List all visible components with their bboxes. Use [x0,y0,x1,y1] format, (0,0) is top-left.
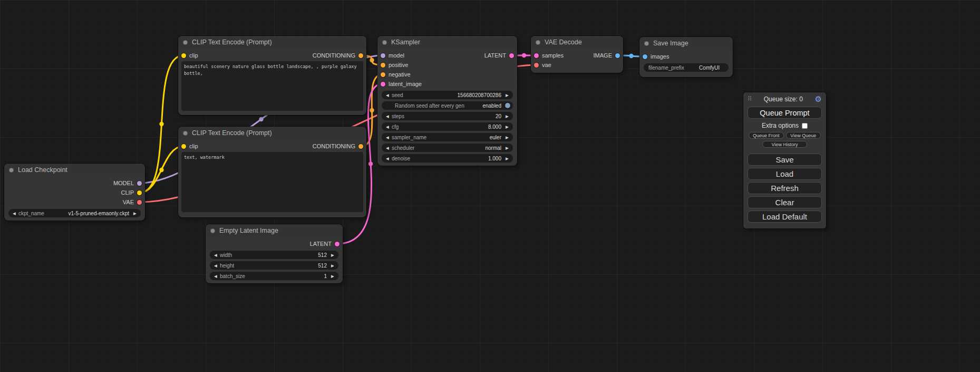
menu-header[interactable]: ⠿ Queue size: 0 ⚙ [743,92,826,104]
collapse-toggle-icon[interactable] [644,41,649,46]
vae-slot-dot[interactable] [137,200,142,205]
input-slot-images[interactable]: images [643,53,669,60]
node-vae-decode[interactable]: VAE Decode samples IMAGE vae [531,36,623,73]
collapse-toggle-icon[interactable] [382,40,387,45]
decrement-arrow-icon[interactable]: ◀ [384,93,391,98]
output-slot-model[interactable]: MODEL [113,180,142,186]
conditioning-slot-dot[interactable] [358,53,363,58]
collapse-toggle-icon[interactable] [183,131,188,136]
widget-steps[interactable]: ◀ steps 20 ▶ [382,112,513,120]
collapse-toggle-icon[interactable] [210,228,215,233]
widget-random-seed-toggle[interactable]: Random seed after every gen enabled [382,101,513,110]
decrement-arrow-icon[interactable]: ◀ [212,263,219,268]
output-slot-vae[interactable]: VAE [123,199,142,205]
view-queue-button[interactable]: View Queue [786,132,821,139]
drag-handle-icon[interactable]: ⠿ [748,96,752,102]
clip-slot-dot[interactable] [137,190,142,195]
output-slot-clip[interactable]: CLIP [121,189,142,196]
increment-arrow-icon[interactable]: ▶ [504,135,510,140]
increment-arrow-icon[interactable]: ▶ [504,93,510,98]
node-clip-text-encode-negative[interactable]: CLIP Text Encode (Prompt) clip CONDITION… [178,127,366,217]
input-slot-latent-image[interactable]: latent_image [381,81,422,87]
increment-arrow-icon[interactable]: ▶ [504,125,510,129]
save-button[interactable]: Save [748,154,822,166]
input-slot-clip[interactable]: clip [181,143,198,149]
load-default-button[interactable]: Load Default [748,211,822,223]
queue-prompt-button[interactable]: Queue Prompt [748,107,822,119]
image-slot-dot[interactable] [643,54,647,59]
load-button[interactable]: Load [748,168,822,180]
node-clip-text-encode-positive[interactable]: CLIP Text Encode (Prompt) clip CONDITION… [178,36,366,115]
prompt-textarea[interactable]: beautiful scenery nature glass bottle la… [181,61,363,111]
vae-slot-dot[interactable] [534,63,539,68]
conditioning-slot-dot[interactable] [381,63,385,68]
increment-arrow-icon[interactable]: ▶ [329,263,336,268]
input-slot-vae[interactable]: vae [534,62,551,68]
collapse-toggle-icon[interactable] [183,40,188,45]
conditioning-slot-dot[interactable] [381,72,385,77]
increment-arrow-icon[interactable]: ▶ [329,253,336,257]
decrement-arrow-icon[interactable]: ◀ [11,211,17,216]
input-slot-clip[interactable]: clip [181,52,198,59]
view-history-button[interactable]: View History [762,141,807,148]
decrement-arrow-icon[interactable]: ◀ [212,274,219,279]
node-title-bar[interactable]: Load Checkpoint [4,164,145,176]
widget-height[interactable]: ◀ height 512 ▶ [210,261,338,270]
node-load-checkpoint[interactable]: Load Checkpoint MODEL CLIP VAE [4,164,145,221]
increment-arrow-icon[interactable]: ▶ [504,146,510,150]
node-title-bar[interactable]: CLIP Text Encode (Prompt) [178,36,366,49]
decrement-arrow-icon[interactable]: ◀ [212,253,219,257]
increment-arrow-icon[interactable]: ▶ [329,274,336,279]
node-save-image[interactable]: Save Image images filename_prefix ComfyU… [639,37,733,77]
refresh-button[interactable]: Refresh [748,182,822,194]
conditioning-slot-dot[interactable] [358,144,363,149]
input-slot-samples[interactable]: samples [534,52,564,59]
node-ksampler[interactable]: KSampler model LATENT positive [377,36,517,166]
widget-seed[interactable]: ◀ seed 156680208700286 ▶ [382,91,513,99]
widget-denoise[interactable]: ◀ denoise 1.000 ▶ [382,154,513,163]
node-title-bar[interactable]: CLIP Text Encode (Prompt) [178,127,366,139]
clip-slot-dot[interactable] [181,53,186,58]
increment-arrow-icon[interactable]: ▶ [504,114,510,119]
node-title-bar[interactable]: KSampler [377,36,517,49]
widget-filename-prefix[interactable]: filename_prefix ComfyUI [644,63,729,72]
clip-slot-dot[interactable] [181,144,186,149]
model-slot-dot[interactable] [381,53,385,58]
node-title-bar[interactable]: VAE Decode [531,36,623,49]
increment-arrow-icon[interactable]: ▶ [504,156,510,161]
widget-cfg[interactable]: ◀ cfg 8.000 ▶ [382,122,513,131]
model-slot-dot[interactable] [137,181,142,186]
widget-width[interactable]: ◀ width 512 ▶ [210,251,338,259]
input-slot-negative[interactable]: negative [381,71,411,78]
latent-slot-dot[interactable] [509,53,514,58]
widget-ckpt-name[interactable]: ◀ ckpt_name v1-5-pruned-emaonly.ckpt ▶ [8,209,141,217]
decrement-arrow-icon[interactable]: ◀ [384,114,391,119]
settings-gear-icon[interactable]: ⚙ [815,95,822,103]
output-slot-conditioning[interactable]: CONDITIONING [313,52,363,59]
latent-slot-dot[interactable] [381,82,385,87]
decrement-arrow-icon[interactable]: ◀ [384,125,391,129]
output-slot-latent[interactable]: LATENT [484,52,514,59]
toggle-dot-icon[interactable] [505,103,510,108]
node-title-bar[interactable]: Empty Latent Image [206,224,343,237]
widget-batch-size[interactable]: ◀ batch_size 1 ▶ [210,272,338,280]
prompt-textarea[interactable]: text, watermark [181,152,363,212]
widget-sampler-name[interactable]: ◀ sampler_name euler ▶ [382,133,513,141]
node-empty-latent-image[interactable]: Empty Latent Image LATENT ◀ width 512 ▶ … [206,224,343,283]
input-slot-model[interactable]: model [381,52,404,59]
extra-options-checkbox[interactable] [802,123,808,129]
decrement-arrow-icon[interactable]: ◀ [384,156,391,161]
decrement-arrow-icon[interactable]: ◀ [384,135,391,140]
image-slot-dot[interactable] [615,53,620,58]
output-slot-conditioning[interactable]: CONDITIONING [313,143,363,149]
node-title-bar[interactable]: Save Image [639,37,733,50]
latent-slot-dot[interactable] [534,53,539,58]
increment-arrow-icon[interactable]: ▶ [132,211,138,216]
widget-scheduler[interactable]: ◀ scheduler normal ▶ [382,144,513,152]
collapse-toggle-icon[interactable] [9,168,14,173]
collapse-toggle-icon[interactable] [536,40,540,45]
node-graph-canvas[interactable]: Load Checkpoint MODEL CLIP VAE [0,0,980,372]
decrement-arrow-icon[interactable]: ◀ [384,146,391,150]
input-slot-positive[interactable]: positive [381,62,408,68]
output-slot-image[interactable]: IMAGE [594,52,620,59]
